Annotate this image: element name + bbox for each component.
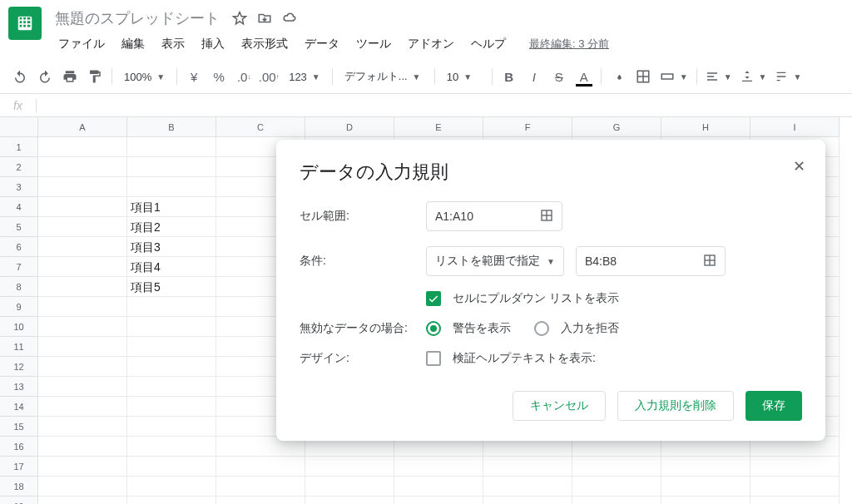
cell[interactable] bbox=[127, 177, 216, 197]
cell[interactable] bbox=[127, 457, 216, 477]
col-header[interactable]: B bbox=[127, 117, 216, 137]
zoom-select[interactable]: 100%▼ bbox=[117, 65, 171, 88]
cell[interactable] bbox=[38, 137, 127, 157]
cell[interactable] bbox=[483, 497, 572, 504]
col-header[interactable]: A bbox=[38, 117, 127, 137]
col-header[interactable]: H bbox=[661, 117, 750, 137]
row-header[interactable]: 14 bbox=[0, 397, 38, 417]
borders-button[interactable] bbox=[632, 65, 655, 88]
col-header[interactable]: G bbox=[572, 117, 661, 137]
cell[interactable]: 項目4 bbox=[127, 257, 216, 277]
row-header[interactable]: 12 bbox=[0, 357, 38, 377]
cell[interactable] bbox=[216, 457, 305, 477]
row-header[interactable]: 2 bbox=[0, 157, 38, 177]
help-text-checkbox[interactable] bbox=[426, 351, 441, 366]
cell[interactable] bbox=[38, 437, 127, 457]
star-icon[interactable] bbox=[231, 10, 248, 27]
cell[interactable] bbox=[661, 477, 750, 497]
row-header[interactable]: 18 bbox=[0, 477, 38, 497]
merge-cells-button[interactable]: ▼ bbox=[656, 65, 691, 88]
last-edit-link[interactable]: 最終編集: 3 分前 bbox=[529, 37, 609, 52]
undo-button[interactable] bbox=[8, 65, 32, 88]
cell[interactable] bbox=[572, 497, 661, 504]
close-icon[interactable]: ✕ bbox=[789, 156, 809, 176]
cell[interactable] bbox=[38, 397, 127, 417]
cell[interactable] bbox=[216, 477, 305, 497]
cell[interactable]: 項目1 bbox=[127, 197, 216, 217]
criteria-type-select[interactable]: リストを範囲で指定▼ bbox=[426, 246, 564, 276]
cell[interactable] bbox=[483, 457, 572, 477]
text-wrap-button[interactable]: ▼ bbox=[771, 65, 805, 88]
show-dropdown-checkbox[interactable] bbox=[426, 291, 441, 306]
cell[interactable]: 項目5 bbox=[127, 277, 216, 297]
redo-button[interactable] bbox=[33, 65, 57, 88]
cell[interactable] bbox=[38, 297, 127, 317]
menu-addons[interactable]: アドオン bbox=[401, 33, 461, 55]
row-header[interactable]: 3 bbox=[0, 177, 38, 197]
cell[interactable] bbox=[38, 337, 127, 357]
cell[interactable] bbox=[127, 497, 216, 504]
cell[interactable] bbox=[750, 497, 840, 504]
menu-file[interactable]: ファイル bbox=[52, 33, 111, 55]
menu-view[interactable]: 表示 bbox=[155, 33, 191, 55]
cloud-status-icon[interactable] bbox=[281, 10, 298, 27]
col-header[interactable]: C bbox=[216, 117, 305, 137]
print-button[interactable] bbox=[58, 65, 82, 88]
cell[interactable] bbox=[305, 497, 394, 504]
cell[interactable] bbox=[305, 457, 394, 477]
col-header[interactable]: I bbox=[750, 117, 840, 137]
cell[interactable] bbox=[127, 157, 216, 177]
cell[interactable]: 項目3 bbox=[127, 237, 216, 257]
criteria-range-input[interactable] bbox=[585, 254, 695, 268]
row-header[interactable]: 7 bbox=[0, 257, 38, 277]
cell[interactable] bbox=[38, 417, 127, 437]
move-folder-icon[interactable] bbox=[256, 10, 273, 27]
currency-button[interactable]: ¥ bbox=[182, 65, 206, 88]
row-header[interactable]: 13 bbox=[0, 377, 38, 397]
cell[interactable] bbox=[394, 497, 483, 504]
paint-format-button[interactable] bbox=[83, 65, 106, 88]
range-picker-icon[interactable] bbox=[703, 254, 716, 269]
cell[interactable] bbox=[394, 457, 483, 477]
cell[interactable] bbox=[127, 297, 216, 317]
cell[interactable] bbox=[127, 357, 216, 377]
row-header[interactable]: 11 bbox=[0, 337, 38, 357]
cell[interactable] bbox=[305, 477, 394, 497]
range-picker-icon[interactable] bbox=[540, 209, 553, 225]
row-header[interactable]: 10 bbox=[0, 317, 38, 337]
fill-color-button[interactable] bbox=[607, 65, 630, 88]
row-header[interactable]: 15 bbox=[0, 417, 38, 437]
menu-help[interactable]: ヘルプ bbox=[464, 33, 513, 55]
cell[interactable] bbox=[750, 457, 840, 477]
cell[interactable] bbox=[127, 397, 216, 417]
remove-validation-button[interactable]: 入力規則を削除 bbox=[617, 391, 734, 421]
bold-button[interactable]: B bbox=[498, 65, 521, 88]
row-header[interactable]: 9 bbox=[0, 297, 38, 317]
row-header[interactable]: 17 bbox=[0, 457, 38, 477]
cell[interactable] bbox=[127, 477, 216, 497]
cell[interactable] bbox=[38, 197, 127, 217]
menu-tools[interactable]: ツール bbox=[349, 33, 398, 55]
invalid-warn-radio[interactable] bbox=[426, 321, 441, 336]
cell[interactable] bbox=[38, 457, 127, 477]
menu-insert[interactable]: 挿入 bbox=[195, 33, 231, 55]
cell[interactable] bbox=[127, 377, 216, 397]
format-select[interactable]: 123▼ bbox=[282, 65, 327, 88]
col-header[interactable]: F bbox=[483, 117, 572, 137]
cell[interactable] bbox=[38, 237, 127, 257]
row-header[interactable]: 16 bbox=[0, 437, 38, 457]
sheets-logo[interactable] bbox=[8, 7, 42, 40]
cell[interactable] bbox=[38, 157, 127, 177]
increase-decimal-button[interactable]: .00↑ bbox=[257, 65, 280, 88]
cell[interactable] bbox=[38, 177, 127, 197]
cell[interactable] bbox=[572, 477, 661, 497]
cell[interactable] bbox=[127, 317, 216, 337]
font-size-select[interactable]: 10▼ bbox=[440, 65, 487, 88]
save-button[interactable]: 保存 bbox=[746, 391, 802, 421]
cell[interactable] bbox=[127, 137, 216, 157]
italic-button[interactable]: I bbox=[523, 65, 546, 88]
document-title[interactable]: 無題のスプレッドシート bbox=[52, 7, 223, 30]
cell[interactable] bbox=[127, 337, 216, 357]
decrease-decimal-button[interactable]: .0↓ bbox=[232, 65, 255, 88]
font-select[interactable]: デフォルト...▼ bbox=[338, 65, 429, 88]
